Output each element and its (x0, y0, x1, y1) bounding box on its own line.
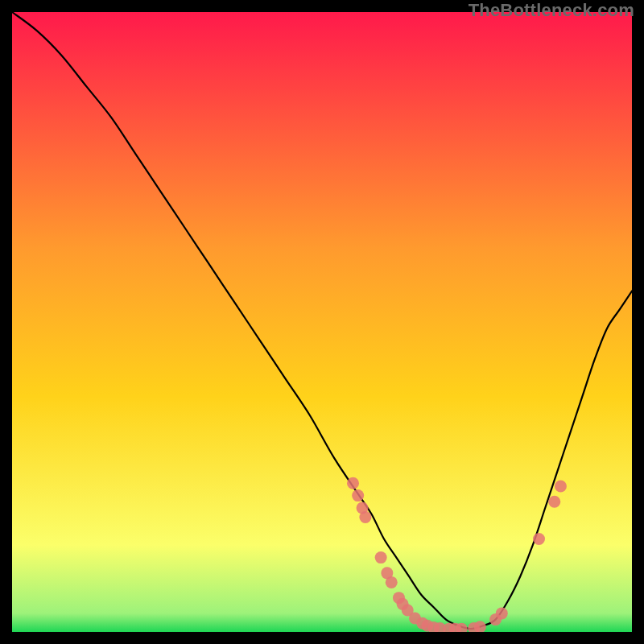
marker-dot (533, 533, 545, 545)
marker-dot (496, 607, 508, 619)
marker-dot (347, 477, 359, 489)
marker-dot (548, 496, 560, 508)
watermark-text: TheBottleneck.com (469, 0, 634, 21)
marker-dot (555, 481, 567, 493)
bottleneck-chart (12, 12, 632, 632)
marker-dot (375, 551, 387, 564)
marker-dot (359, 511, 371, 523)
marker-dot (352, 489, 364, 502)
marker-dot (386, 576, 398, 588)
chart-frame (12, 12, 632, 632)
